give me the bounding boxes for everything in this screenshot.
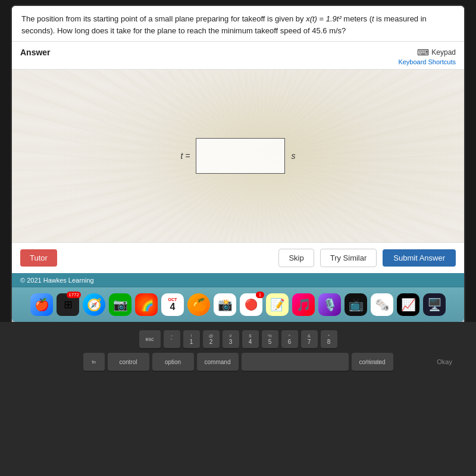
esc-key[interactable]: esc	[139, 330, 161, 348]
keyboard-area: esc ~` !1 @2 #3 $4 %5 ^6 &7 *8 fn contro…	[0, 322, 476, 476]
tutor-button[interactable]: Tutor	[20, 249, 57, 267]
try-similar-button[interactable]: Try Similar	[320, 249, 377, 267]
laptop-screen: The position from its starting point of …	[12, 6, 464, 322]
submit-answer-button[interactable]: Submit Answer	[383, 249, 456, 267]
math-formula: 1.9t²	[326, 14, 342, 23]
keyboard-shortcuts-link[interactable]: Keyboard Shortcuts	[398, 58, 456, 65]
key-ctrl[interactable]: control	[108, 353, 149, 371]
key-1[interactable]: !1	[183, 330, 200, 348]
answer-footer: Tutor Skip Try Similar Submit Answer	[12, 242, 464, 273]
equation-prefix-label: t =	[181, 151, 190, 161]
keyboard-row-1: esc ~` !1 @2 #3 $4 %5 ^6 &7 *8	[139, 330, 337, 348]
dock-finder[interactable]: 🍎	[30, 293, 53, 316]
dock-appletv[interactable]: 📺	[345, 293, 367, 316]
reminders-badge: 1	[256, 292, 264, 298]
dock-calendar[interactable]: OCT 4	[161, 293, 184, 316]
copyright-text: © 2021 Hawkes Learning	[20, 277, 94, 284]
dock-music[interactable]: 🎵	[292, 293, 315, 316]
question-area: The position from its starting point of …	[12, 6, 464, 42]
answer-input[interactable]	[196, 138, 285, 174]
question-text: The position from its starting point of …	[21, 14, 427, 35]
key-space[interactable]	[242, 353, 349, 371]
key-2[interactable]: @2	[203, 330, 220, 348]
dock-facetime[interactable]: 📷	[109, 293, 131, 316]
answer-tools: ⌨ Keypad Keyboard Shortcuts	[398, 48, 456, 65]
key-8[interactable]: *8	[321, 330, 337, 348]
launchpad-badge: 1772	[67, 292, 81, 298]
key-option[interactable]: option	[152, 353, 194, 371]
unit-label: s	[291, 151, 295, 161]
key-tilde[interactable]: ~`	[164, 330, 180, 348]
yeah-label: Yeah	[366, 358, 381, 365]
math-var-t: t	[372, 14, 374, 23]
key-7[interactable]: &7	[301, 330, 318, 348]
dock-launchpad[interactable]: ⊞ 1772	[57, 293, 79, 316]
dock-launchpad2[interactable]: 🌈	[135, 293, 158, 316]
skip-button[interactable]: Skip	[278, 249, 314, 267]
dock-safari[interactable]: 🧭	[83, 293, 105, 316]
keypad-label: Keypad	[431, 48, 456, 57]
answer-content: t = s	[12, 70, 464, 242]
keyboard-bottom-row: fn control option command command Yeah O…	[12, 353, 464, 371]
dock-notes[interactable]: 📝	[266, 293, 289, 316]
key-5[interactable]: %5	[262, 330, 278, 348]
key-fn[interactable]: fn	[83, 353, 105, 371]
dock-podcasts[interactable]: 🎙️	[318, 293, 341, 316]
dock-terminal[interactable]: 🖥️	[423, 293, 446, 316]
dock-macos[interactable]: 🍊	[187, 293, 210, 316]
keypad-icon: ⌨	[417, 48, 429, 57]
okay-label: Okay	[437, 358, 452, 365]
dock-reminders[interactable]: 🔴 1	[240, 293, 262, 316]
dock-stocks[interactable]: 📈	[397, 293, 419, 316]
key-3[interactable]: #3	[223, 330, 239, 348]
answer-header: Answer ⌨ Keypad Keyboard Shortcuts	[12, 42, 464, 70]
answer-input-row: t = s	[181, 138, 296, 174]
answer-label: Answer	[20, 48, 51, 57]
dock-news[interactable]: 🗞️	[371, 293, 393, 316]
math-expression: x(t)	[306, 14, 317, 23]
answer-section: t = s Tutor Skip Try Similar Submit Answ…	[12, 70, 464, 273]
key-cmd-left[interactable]: command	[197, 353, 239, 371]
right-buttons: Skip Try Similar Submit Answer	[278, 249, 456, 267]
key-6[interactable]: ^6	[281, 330, 298, 348]
keypad-button[interactable]: ⌨ Keypad	[417, 48, 456, 57]
macos-dock: 🍎 ⊞ 1772 🧭 📷 🌈 OCT 4 🍊 📸 🔴 1 📝 🎵 🎙️ 📺 🗞️…	[12, 287, 464, 322]
copyright-bar: © 2021 Hawkes Learning	[12, 273, 464, 287]
dock-photos[interactable]: 📸	[214, 293, 236, 316]
key-4[interactable]: $4	[242, 330, 259, 348]
